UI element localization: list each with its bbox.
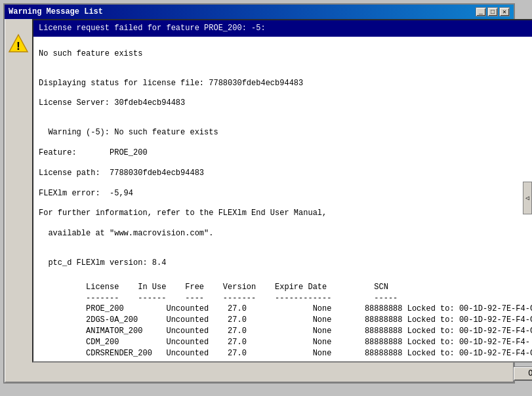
warning-message-window: Warning Message List _ □ ✕ ! License bbox=[3, 3, 515, 384]
table-row-5: CDRSRENDER_200 Uncounted 27.0 None 88888… bbox=[39, 348, 532, 359]
window-title: Warning Message List bbox=[9, 7, 103, 16]
close-button[interactable]: ✕ bbox=[499, 7, 510, 16]
blank-line-6 bbox=[39, 118, 532, 127]
blank-line-9 bbox=[39, 179, 532, 188]
table-header: License In Use Free Version Expire Date … bbox=[39, 282, 532, 293]
license-path-line: License path: 7788030fdeb4ecb94483 bbox=[39, 168, 532, 179]
blank-line-7 bbox=[39, 138, 532, 148]
blank-line-2 bbox=[39, 60, 532, 69]
window-content: ! License request failed for feature PRO… bbox=[5, 19, 514, 382]
license-table: License In Use Free Version Expire Date … bbox=[39, 282, 532, 359]
title-bar: Warning Message List _ □ ✕ bbox=[5, 5, 514, 19]
blank-line-14 bbox=[39, 269, 532, 278]
available-at-line: available at "www.macrovision.com". bbox=[39, 228, 532, 239]
table-row-2: 2DGS-0A_200 Uncounted 27.0 None 88888888… bbox=[39, 315, 532, 326]
highlight-line: License request failed for feature PROE_… bbox=[33, 20, 532, 37]
message-scroll-area: License request failed for feature PROE_… bbox=[32, 19, 532, 363]
svg-text:!: ! bbox=[15, 40, 22, 53]
message-box[interactable]: License request failed for feature PROE_… bbox=[32, 19, 532, 363]
maximize-button[interactable]: □ bbox=[487, 7, 498, 16]
no-feature-line: No such feature exists bbox=[39, 49, 532, 60]
blank-line-4 bbox=[39, 89, 532, 98]
table-separator: ------- ------ ---- ------- ------------… bbox=[39, 293, 532, 304]
warning-icon-area: ! bbox=[5, 19, 32, 382]
blank-line-3 bbox=[39, 69, 532, 78]
blank-line-11 bbox=[39, 219, 532, 228]
table-row-4: CDM_200 Uncounted 27.0 None 88888888 Loc… bbox=[39, 337, 532, 348]
blank-line-8 bbox=[39, 159, 532, 168]
message-panel: License request failed for feature PROE_… bbox=[32, 19, 532, 382]
warning-icon: ! bbox=[8, 33, 29, 60]
blank-line-5 bbox=[39, 109, 532, 118]
table-row-1: PROE_200 Uncounted 27.0 None 88888888 Lo… bbox=[39, 304, 532, 315]
bottom-button-area: OK bbox=[32, 363, 532, 385]
blank-line-13 bbox=[39, 248, 532, 258]
blank-line-10 bbox=[39, 199, 532, 208]
displaying-status-line: Displaying status for license file: 7788… bbox=[39, 78, 532, 89]
table-row-3: ANIMATOR_200 Uncounted 27.0 None 8888888… bbox=[39, 326, 532, 337]
license-server-line: License Server: 30fdeb4ecb94483 bbox=[39, 98, 532, 109]
ptcd-version-line: ptc_d FLEXlm version: 8.4 bbox=[39, 258, 532, 269]
minimize-button[interactable]: _ bbox=[476, 7, 486, 16]
title-bar-buttons: _ □ ✕ bbox=[476, 7, 510, 16]
ok-button[interactable]: OK bbox=[513, 366, 532, 381]
further-info-line: For further information, refer to the FL… bbox=[39, 208, 532, 219]
warning-line: Warning (-5): No such feature exists bbox=[39, 127, 532, 138]
flexlm-error-line: FLEXlm error: -5,94 bbox=[39, 188, 532, 199]
blank-line-12 bbox=[39, 239, 532, 248]
blank-line-1 bbox=[39, 39, 532, 49]
side-panel-button[interactable]: ◁ bbox=[523, 182, 532, 214]
feature-line: Feature: PROE_200 bbox=[39, 148, 532, 159]
side-chevron-icon: ◁ bbox=[525, 194, 529, 202]
